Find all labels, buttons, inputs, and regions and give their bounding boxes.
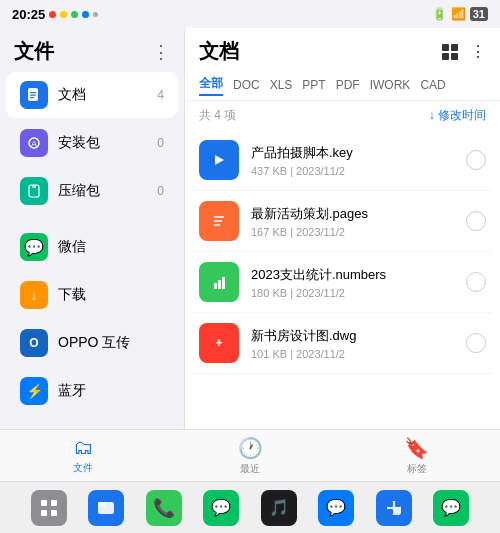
- bottom-nav: 🗂 文件 🕐 最近 🔖 标签: [0, 429, 500, 481]
- file-info-3: 2023支出统计.numbers 180 KB | 2023/11/2: [251, 266, 458, 299]
- filter-tab-xls[interactable]: XLS: [270, 76, 293, 94]
- svg-text:A: A: [31, 139, 37, 149]
- battery-icon: 🔋: [432, 7, 447, 21]
- sidebar: 文件 ⋮ 文档 4 A 安装包: [0, 28, 185, 429]
- dock-wechat2-icon[interactable]: 💬: [433, 490, 469, 526]
- sidebar-item-download[interactable]: ↓ 下载: [6, 272, 178, 318]
- content-title: 文档: [199, 38, 239, 65]
- compressed-icon: [20, 177, 48, 205]
- file-name-4: 新书房设计图.dwg: [251, 327, 458, 345]
- file-list: 产品拍摄脚本.key 437 KB | 2023/11/2 最新活动策划.pa: [185, 130, 500, 429]
- nav-bookmarks-label: 标签: [407, 462, 427, 476]
- svg-rect-16: [218, 280, 221, 289]
- dock-music-icon[interactable]: 🎵: [261, 490, 297, 526]
- file-meta-2: 167 KB | 2023/11/2: [251, 226, 458, 238]
- sidebar-item-download-label: 下载: [58, 286, 164, 304]
- sidebar-item-documents-count: 4: [157, 88, 164, 102]
- file-meta-4: 101 KB | 2023/11/2: [251, 348, 458, 360]
- file-name-1: 产品拍摄脚本.key: [251, 144, 458, 162]
- sidebar-item-recent-delete[interactable]: 🗑 最近删除 0 项: [6, 424, 178, 429]
- nav-files-label: 文件: [73, 461, 93, 475]
- status-dot-yellow: [60, 11, 67, 18]
- grid-view-icon[interactable]: [442, 44, 458, 60]
- content-header-actions: ⋮: [442, 42, 486, 61]
- dock-messages-icon[interactable]: 💬: [318, 490, 354, 526]
- dock-phone-icon[interactable]: 📞: [146, 490, 182, 526]
- svg-rect-15: [214, 283, 217, 289]
- content-header: 文档 ⋮: [185, 28, 500, 69]
- status-bar: 20:25 🔋 📶 31: [0, 0, 500, 28]
- sidebar-item-compressed-label: 压缩包: [58, 182, 157, 200]
- nav-bookmarks-icon: 🔖: [404, 436, 429, 460]
- dock-finder-icon[interactable]: [376, 490, 412, 526]
- file-name-3: 2023支出统计.numbers: [251, 266, 458, 284]
- sidebar-item-compressed[interactable]: 压缩包 0: [6, 168, 178, 214]
- dock-grid-icon[interactable]: [31, 490, 67, 526]
- status-right: 🔋 📶 31: [432, 7, 488, 21]
- status-dot-blue: [82, 11, 89, 18]
- sidebar-item-wechat[interactable]: 💬 微信: [6, 224, 178, 270]
- svg-rect-22: [41, 510, 47, 516]
- filter-tab-pdf[interactable]: PDF: [336, 76, 360, 94]
- file-meta-3: 180 KB | 2023/11/2: [251, 287, 458, 299]
- sort-bar: 共 4 项 ↓ 修改时间: [185, 101, 500, 130]
- file-count: 共 4 项: [199, 107, 236, 124]
- nav-item-bookmarks[interactable]: 🔖 标签: [333, 436, 500, 476]
- content-more-icon[interactable]: ⋮: [470, 42, 486, 61]
- filter-tab-all[interactable]: 全部: [199, 73, 223, 96]
- file-select-4[interactable]: [466, 333, 486, 353]
- sidebar-item-installer[interactable]: A 安装包 0: [6, 120, 178, 166]
- nav-recent-icon: 🕐: [238, 436, 263, 460]
- sidebar-item-oppo-label: OPPO 互传: [58, 334, 164, 352]
- dock-files-icon[interactable]: [88, 490, 124, 526]
- sidebar-item-wechat-label: 微信: [58, 238, 164, 256]
- file-item-3[interactable]: 2023支出统计.numbers 180 KB | 2023/11/2: [193, 252, 492, 313]
- dock: 📞 💬 🎵 💬 💬: [0, 481, 500, 533]
- file-item-4[interactable]: + 新书房设计图.dwg 101 KB | 2023/11/2: [193, 313, 492, 374]
- download-sidebar-icon: ↓: [20, 281, 48, 309]
- filter-tabs: 全部 DOC XLS PPT PDF IWORK CAD: [185, 69, 500, 101]
- svg-text:+: +: [215, 336, 222, 350]
- file-icon-dwg: +: [199, 323, 239, 363]
- sidebar-header: 文件 ⋮: [0, 28, 184, 71]
- file-meta-1: 437 KB | 2023/11/2: [251, 165, 458, 177]
- sidebar-more-icon[interactable]: ⋮: [152, 41, 170, 63]
- content-panel: 文档 ⋮ 全部 DOC XLS PPT PDF IWORK CAD 共: [185, 28, 500, 429]
- sidebar-item-compressed-count: 0: [157, 184, 164, 198]
- svg-rect-1: [30, 92, 36, 93]
- file-select-1[interactable]: [466, 150, 486, 170]
- nav-recent-label: 最近: [240, 462, 260, 476]
- file-icon-numbers: [199, 262, 239, 302]
- battery-level: 31: [470, 7, 488, 21]
- bluetooth-sidebar-icon: ⚡: [20, 377, 48, 405]
- file-select-3[interactable]: [466, 272, 486, 292]
- file-select-2[interactable]: [466, 211, 486, 231]
- svg-rect-23: [51, 510, 57, 516]
- sidebar-item-bluetooth[interactable]: ⚡ 蓝牙: [6, 368, 178, 414]
- sidebar-item-bluetooth-label: 蓝牙: [58, 382, 164, 400]
- file-info-2: 最新活动策划.pages 167 KB | 2023/11/2: [251, 205, 458, 238]
- status-dot-indicator: [93, 12, 98, 17]
- dock-wechat-icon[interactable]: 💬: [203, 490, 239, 526]
- svg-rect-25: [98, 502, 105, 506]
- documents-icon: [20, 81, 48, 109]
- filter-tab-cad[interactable]: CAD: [420, 76, 445, 94]
- main-area: 文件 ⋮ 文档 4 A 安装包: [0, 28, 500, 429]
- sort-option[interactable]: ↓ 修改时间: [429, 107, 486, 124]
- filter-tab-doc[interactable]: DOC: [233, 76, 260, 94]
- filter-tab-ppt[interactable]: PPT: [302, 76, 325, 94]
- sidebar-item-installer-label: 安装包: [58, 134, 157, 152]
- file-item-2[interactable]: 最新活动策划.pages 167 KB | 2023/11/2: [193, 191, 492, 252]
- svg-rect-3: [30, 97, 34, 98]
- svg-rect-20: [41, 500, 47, 506]
- nav-item-files[interactable]: 🗂 文件: [0, 436, 167, 475]
- file-icon-pages: [199, 201, 239, 241]
- svg-rect-17: [222, 277, 225, 289]
- sidebar-item-oppo[interactable]: O OPPO 互传: [6, 320, 178, 366]
- filter-tab-iwork[interactable]: IWORK: [370, 76, 411, 94]
- nav-item-recent[interactable]: 🕐 最近: [167, 436, 334, 476]
- status-dot-red: [49, 11, 56, 18]
- oppo-sidebar-icon: O: [20, 329, 48, 357]
- sidebar-item-documents[interactable]: 文档 4: [6, 72, 178, 118]
- file-item-1[interactable]: 产品拍摄脚本.key 437 KB | 2023/11/2: [193, 130, 492, 191]
